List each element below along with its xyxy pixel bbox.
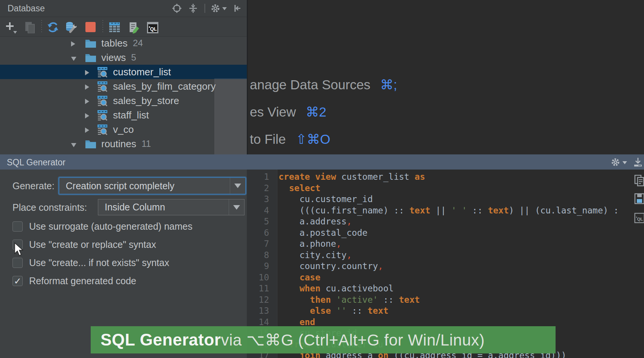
code-line-13: 13 else '' :: text: [247, 305, 644, 316]
checkbox-unchecked[interactable]: [12, 221, 23, 232]
place-constraints-dropdown[interactable]: Inside Column: [98, 199, 245, 215]
checkbox-row: Use surrogate (auto-generated) names: [12, 221, 192, 232]
view-icon: [96, 123, 108, 135]
database-panel: Database: [0, 0, 247, 154]
save-icon[interactable]: [634, 193, 644, 204]
line-number: 14: [247, 316, 269, 328]
checkbox-row: Use "create or replace" syntax: [12, 239, 156, 250]
add-icon[interactable]: [5, 21, 16, 33]
code-text: when cu.activebool: [279, 283, 394, 294]
header-separator: [204, 4, 205, 13]
export-icon[interactable]: [633, 157, 643, 167]
stop-icon[interactable]: [85, 22, 96, 32]
svg-text:QL: QL: [637, 217, 643, 221]
hide-panel-icon[interactable]: [232, 3, 243, 14]
refresh-icon[interactable]: [47, 21, 58, 33]
chevron-expanded-icon[interactable]: [71, 52, 79, 64]
chevron-expanded-icon[interactable]: [71, 138, 79, 150]
sql-generator-titlebar: SQL Generator: [0, 154, 644, 170]
menu-item-shortcut: ⌘2: [306, 104, 326, 119]
checkbox-unchecked[interactable]: [12, 258, 23, 268]
tree-item-label: views: [101, 52, 126, 64]
sql-console-icon[interactable]: QL: [634, 213, 644, 224]
chevron-collapsed-icon[interactable]: [85, 95, 93, 107]
sql-console-icon[interactable]: QL: [146, 21, 158, 33]
tree-item-sales_by_film_category[interactable]: sales_by_film_category: [0, 79, 247, 93]
tree-item-count: 11: [142, 139, 151, 149]
tree-item-v_co[interactable]: v_co: [0, 122, 247, 137]
dropdown-arrow-zone[interactable]: [229, 199, 244, 215]
menu-item-shortcut: ⌘;: [380, 77, 397, 92]
sql-generator-title: SQL Generator: [7, 157, 65, 168]
code-line-14: 14 end: [247, 316, 644, 328]
constraints-dropdown-value: Inside Column: [98, 202, 229, 213]
chevron-collapsed-icon[interactable]: [85, 66, 93, 78]
line-number: 13: [247, 305, 269, 316]
table-icon[interactable]: [108, 21, 120, 33]
tree-item-customer_list[interactable]: customer_list: [0, 65, 247, 79]
tree-item-views[interactable]: views5: [0, 50, 247, 65]
checkbox-label: Use surrogate (auto-generated) names: [29, 221, 192, 232]
menu-item-label: to File: [250, 132, 286, 146]
menu-item-label: anage Data Sources: [250, 77, 370, 92]
toolbar-separator: [41, 20, 42, 34]
settings-gear-icon[interactable]: [610, 157, 621, 168]
shortcut-banner: SQL Generator via ⌥⌘G (Ctrl+Alt+G for Wi…: [91, 326, 556, 353]
chevron-collapsed-icon[interactable]: [85, 81, 93, 92]
code-text: create view customer_list as: [279, 171, 425, 182]
chevron-collapsed-icon[interactable]: [85, 109, 93, 121]
chevron-collapsed-icon[interactable]: [85, 124, 93, 135]
generate-dropdown[interactable]: Creation script completely: [59, 177, 246, 195]
database-toolbar: QL: [0, 17, 247, 37]
chevron-collapsed-icon[interactable]: [71, 37, 79, 49]
line-number: 2: [247, 182, 269, 194]
collapse-all-icon[interactable]: [188, 3, 198, 14]
svg-text:QL: QL: [150, 26, 157, 32]
chevron-down-icon[interactable]: [622, 161, 627, 164]
tree-item-routines[interactable]: routines11: [0, 137, 247, 151]
code-line-12: 12 then 'active' :: text: [247, 294, 644, 305]
menu-item[interactable]: es View⌘2: [250, 104, 326, 120]
tree-item-label: routines: [101, 138, 136, 150]
checkbox-row: Use "create... if not exists" syntax: [12, 257, 169, 268]
generate-script-icon[interactable]: [127, 21, 139, 33]
line-number: 8: [247, 249, 269, 261]
code-line-10: 10 case: [247, 272, 644, 283]
menu-item[interactable]: to File⇧⌘O: [250, 132, 330, 147]
database-panel-header: Database: [0, 0, 247, 17]
line-number: 6: [247, 227, 269, 238]
tree-item-staff_list[interactable]: staff_list: [0, 108, 247, 122]
line-number: 12: [247, 294, 269, 305]
tree-item-label: sales_by_store: [113, 95, 179, 107]
code-line-1: 1create view customer_list as: [247, 171, 644, 182]
settings-gear-icon[interactable]: [210, 3, 221, 14]
duplicate-icon[interactable]: [24, 21, 35, 33]
tree-item-sales_by_store[interactable]: sales_by_store: [0, 93, 247, 108]
copy-icon[interactable]: [634, 175, 644, 186]
locate-icon[interactable]: [172, 3, 182, 14]
tree-item-label: sales_by_film_category: [113, 81, 216, 92]
database-tree: tables24views5customer_listsales_by_film…: [0, 36, 247, 154]
chevron-down-icon[interactable]: [222, 7, 227, 10]
checkbox-checked[interactable]: ✓: [12, 276, 23, 286]
code-text: end: [279, 316, 315, 328]
tree-item-tables[interactable]: tables24: [0, 36, 247, 50]
code-text: else '' :: text: [279, 305, 389, 316]
tree-item-count: 5: [131, 52, 136, 63]
menu-item[interactable]: anage Data Sources⌘;: [250, 77, 397, 92]
menu-item-label: es View: [250, 104, 296, 119]
line-number: 3: [247, 193, 269, 205]
mouse-cursor: [14, 242, 25, 257]
generate-label: Generate:: [12, 181, 54, 191]
code-line-4: 4 (((cu.first_name) :: text || ' ' :: te…: [247, 205, 644, 216]
folder-icon: [85, 53, 97, 63]
generate-dropdown-value: Creation script completely: [59, 181, 230, 191]
toolbar-separator: [102, 20, 103, 34]
code-text: (((cu.first_name) :: text || ' ' :: text…: [279, 205, 619, 216]
folder-icon: [85, 139, 97, 149]
data-source-properties-icon[interactable]: [64, 21, 76, 33]
dropdown-arrow-zone[interactable]: [230, 178, 245, 194]
checkbox-label: Reformat generated code: [29, 276, 136, 286]
code-text: a.postal_code: [279, 227, 367, 238]
code-line-3: 3 cu.customer_id: [247, 193, 644, 205]
